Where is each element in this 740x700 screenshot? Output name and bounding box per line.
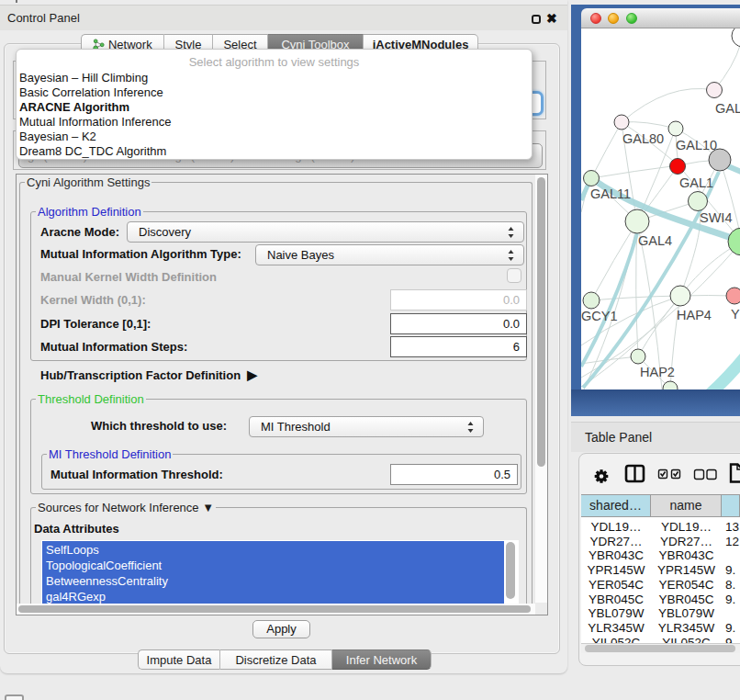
svg-text:GAL11: GAL11 (590, 186, 631, 201)
svg-text:GAL1: GAL1 (679, 175, 713, 190)
svg-text:HAP4: HAP4 (677, 308, 712, 322)
svg-text:GCY1: GCY1 (581, 309, 618, 323)
svg-text:GAL10: GAL10 (676, 138, 717, 152)
svg-text:GAL80: GAL80 (622, 131, 664, 146)
svg-text:SWI4: SWI4 (700, 210, 732, 225)
svg-text:GAL2: GAL2 (715, 101, 740, 116)
svg-text:GAL4: GAL4 (638, 233, 672, 248)
svg-text:Y: Y (731, 307, 740, 322)
svg-text:HAP2: HAP2 (640, 365, 675, 379)
